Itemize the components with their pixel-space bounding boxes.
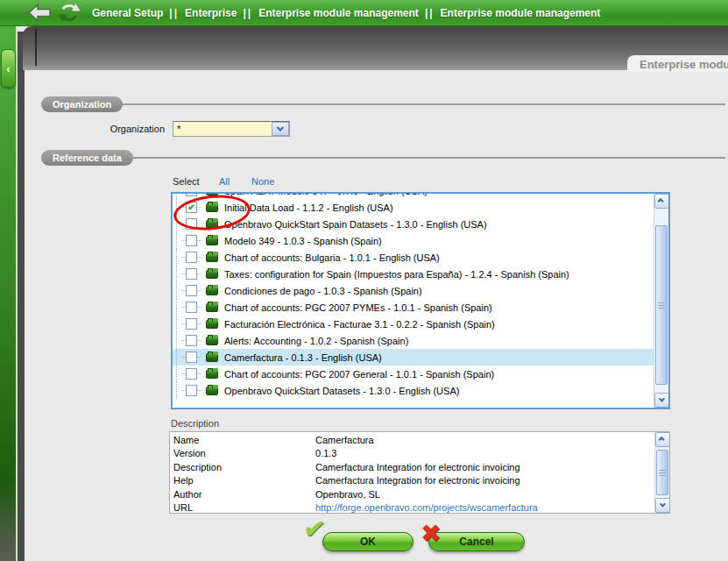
description-row: Name Camerfactura xyxy=(170,433,654,447)
description-row-value: Camerfactura Integration for electronic … xyxy=(315,475,520,486)
select-links-row: Select All None xyxy=(173,176,200,187)
module-label: Openbravo QuickStart Datasets - 1.3.0 - … xyxy=(224,386,459,396)
select-none-link[interactable]: None xyxy=(251,176,274,187)
description-row: Version 0.1.3 xyxy=(170,447,654,461)
description-row-label: URL xyxy=(173,502,315,513)
module-label: Taxes: configuration for Spain (Impuesto… xyxy=(224,269,569,280)
module-package-icon xyxy=(206,203,218,212)
module-package-icon xyxy=(206,303,218,312)
module-row[interactable]: ✔ Initial Data Load - 1.1.2 - English (U… xyxy=(173,199,654,216)
description-row: URL http://forge.openbravo.com/projects/… xyxy=(170,501,654,515)
module-row[interactable]: Chart of accounts: Bulgaria - 1.0.1 - En… xyxy=(173,249,654,266)
tree-line xyxy=(197,340,201,341)
description-row-value: Openbravo, SL xyxy=(315,489,380,500)
module-checkbox[interactable] xyxy=(186,352,197,363)
scrollbar-thumb[interactable] xyxy=(655,225,668,385)
description-title: Description xyxy=(171,418,219,429)
module-list: Spain AEAT Modelo 347 - 0.7.0 - English … xyxy=(173,192,654,399)
module-package-icon xyxy=(206,237,218,245)
organization-select[interactable]: * xyxy=(173,121,290,137)
breadcrumb-item[interactable]: Enterprise module management xyxy=(258,7,419,19)
description-row-value: Camerfactura xyxy=(315,435,374,445)
sidebar-collapse-button[interactable]: ‹ xyxy=(1,49,16,88)
scroll-up-button[interactable] xyxy=(655,432,670,447)
module-checkbox[interactable]: ✔ xyxy=(186,202,197,213)
module-label: Chart of accounts: PGC 2007 General - 1.… xyxy=(224,369,494,380)
select-all-link[interactable]: All xyxy=(219,176,230,187)
module-label: Camerfactura - 0.1.3 - English (USA) xyxy=(224,352,382,363)
module-row[interactable]: Alerts: Accounting - 1.0.2 - Spanish (Sp… xyxy=(173,332,654,349)
module-package-icon xyxy=(206,320,218,329)
organization-select-value[interactable]: * xyxy=(173,122,272,136)
refresh-icon[interactable] xyxy=(58,3,81,23)
module-checkbox[interactable] xyxy=(186,302,197,313)
scrollbar-thumb[interactable] xyxy=(656,450,668,495)
tree-line xyxy=(197,357,201,358)
module-package-icon xyxy=(206,287,218,295)
description-row-label: Help xyxy=(173,475,315,486)
module-row[interactable]: Camerfactura - 0.1.3 - English (USA) xyxy=(173,349,654,366)
module-row[interactable]: Openbravo QuickStart Spain Datasets - 1.… xyxy=(173,216,654,232)
tree-line xyxy=(176,192,181,199)
tab-enterprise-module-management[interactable]: Enterprise module management xyxy=(627,55,728,72)
module-listbox: Spain AEAT Modelo 347 - 0.7.0 - English … xyxy=(171,192,670,409)
chevron-down-icon xyxy=(277,124,284,131)
description-row: Help Camerfactura Integration for electr… xyxy=(170,474,654,488)
module-label: Chart of accounts: Bulgaria - 1.0.1 - En… xyxy=(224,252,440,263)
module-checkbox[interactable] xyxy=(186,335,197,346)
module-checkbox[interactable] xyxy=(186,192,197,196)
module-label: Modelo 349 - 1.0.3 - Spanish (Spain) xyxy=(224,236,382,246)
module-row[interactable]: Spain AEAT Modelo 347 - 0.7.0 - English … xyxy=(173,192,654,199)
scroll-down-button[interactable] xyxy=(655,498,670,513)
breadcrumb-item[interactable]: Enterprise module management xyxy=(441,7,601,19)
module-package-icon xyxy=(206,353,218,362)
module-package-icon xyxy=(206,337,218,345)
cancel-button[interactable]: Cancel xyxy=(428,532,525,551)
breadcrumb-item[interactable]: Enterprise xyxy=(185,7,237,19)
breadcrumb-item[interactable]: General Setup xyxy=(92,7,163,19)
module-checkbox[interactable] xyxy=(186,285,197,296)
section-reference-data: Reference data xyxy=(41,150,133,166)
module-checkbox[interactable] xyxy=(186,218,197,230)
module-row[interactable]: Chart of accounts: PGC 2007 PYMEs - 1.0.… xyxy=(173,299,654,316)
tree-line xyxy=(197,273,201,274)
module-package-icon xyxy=(206,220,218,229)
module-checkbox[interactable] xyxy=(186,368,197,380)
description-row-label: Name xyxy=(173,435,315,445)
module-package-icon xyxy=(206,192,218,195)
module-row[interactable]: Openbravo QuickStart Datasets - 1.3.0 - … xyxy=(173,382,654,399)
list-scrollbar[interactable] xyxy=(654,194,668,408)
module-row[interactable]: Taxes: configuration for Spain (Impuesto… xyxy=(173,266,654,282)
organization-select-button[interactable] xyxy=(272,122,289,136)
module-checkbox[interactable] xyxy=(186,385,197,396)
select-label: Select xyxy=(173,176,200,187)
top-header-bar: General Setup||Enterprise||Enterprise mo… xyxy=(0,0,728,26)
toolbar xyxy=(23,26,728,70)
module-package-icon xyxy=(206,270,218,279)
back-icon[interactable] xyxy=(28,3,51,23)
description-row-value: Camerfactura Integration for electronic … xyxy=(315,462,520,472)
organization-field-label: Organization xyxy=(60,124,165,134)
description-url-link[interactable]: http://forge.openbravo.com/projects/wsca… xyxy=(315,502,538,513)
module-row[interactable]: Modelo 349 - 1.0.3 - Spanish (Spain) xyxy=(173,232,654,249)
ok-button[interactable]: OK xyxy=(322,532,413,551)
breadcrumb-separator: || xyxy=(243,7,252,19)
description-rows: Name Camerfactura Version 0.1.3 Descript… xyxy=(170,433,654,514)
scroll-down-button[interactable] xyxy=(654,393,669,408)
description-row: Description Camerfactura Integration for… xyxy=(170,460,654,474)
module-package-icon xyxy=(206,370,218,379)
module-checkbox[interactable] xyxy=(186,318,197,330)
module-label: Chart of accounts: PGC 2007 PYMEs - 1.0.… xyxy=(224,302,492,313)
description-scrollbar[interactable] xyxy=(654,432,669,513)
scroll-up-button[interactable] xyxy=(654,194,669,209)
module-package-icon xyxy=(206,253,218,262)
module-checkbox[interactable] xyxy=(186,268,197,280)
module-row[interactable]: Facturación Electrónica - Facturae 3.1 -… xyxy=(173,316,654,332)
module-row[interactable]: Condiciones de pago - 1.0.3 - Spanish (S… xyxy=(173,282,654,299)
tree-line xyxy=(197,224,201,224)
module-row[interactable]: Chart of accounts: PGC 2007 General - 1.… xyxy=(173,366,654,382)
module-checkbox[interactable] xyxy=(186,252,197,263)
module-checkbox[interactable] xyxy=(186,235,197,246)
module-label: Facturación Electrónica - Facturae 3.1 -… xyxy=(224,319,495,330)
breadcrumb: General Setup||Enterprise||Enterprise mo… xyxy=(92,0,600,26)
